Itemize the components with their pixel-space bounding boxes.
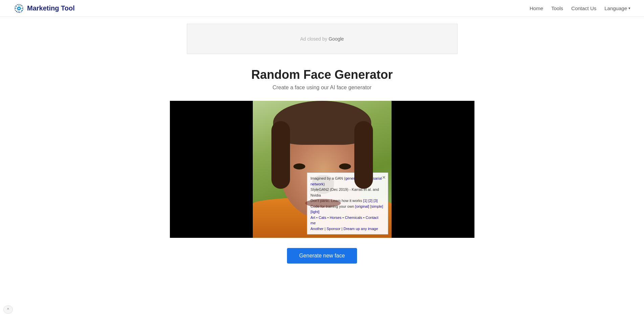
header: Marketing Tool Home Tools Contact Us Lan… — [0, 0, 644, 17]
language-dropdown[interactable]: Language ▾ — [604, 5, 630, 11]
left-black-panel — [170, 101, 253, 238]
right-eye — [339, 163, 351, 169]
learn-link-3[interactable]: [3] — [374, 199, 378, 203]
nav-tools[interactable]: Tools — [551, 5, 563, 11]
nav-contact-us[interactable]: Contact Us — [571, 5, 596, 11]
main-nav: Home Tools Contact Us Language ▾ — [530, 5, 630, 11]
ad-closed-text: Ad closed by Google — [300, 36, 344, 42]
close-icon[interactable]: ✕ — [382, 174, 386, 181]
horses-link[interactable]: Horses — [330, 216, 341, 220]
chemicals-link[interactable]: Chemicals — [345, 216, 362, 220]
logo-link[interactable]: Marketing Tool — [14, 3, 75, 14]
learn-link-1[interactable]: [1] — [363, 199, 367, 203]
main-content: Random Face Generator Create a face usin… — [0, 61, 644, 284]
hair-left — [271, 121, 290, 189]
generate-button[interactable]: Generate new face — [287, 248, 357, 264]
ad-banner: Ad closed by Google — [187, 24, 458, 54]
nav-home[interactable]: Home — [530, 5, 543, 11]
art-link[interactable]: Art — [311, 216, 315, 220]
dream-link[interactable]: Dream up any image — [343, 227, 378, 231]
gear-icon — [14, 3, 24, 14]
learn-link-2[interactable]: [2] — [368, 199, 372, 203]
another-link[interactable]: Another — [311, 227, 324, 231]
sponsor-link[interactable]: Sponsor — [327, 227, 340, 231]
language-label: Language — [604, 5, 627, 11]
mouth — [305, 199, 341, 207]
code-link-light[interactable]: [light] — [311, 210, 319, 214]
right-black-panel — [392, 101, 474, 238]
code-link-original[interactable]: [original] — [355, 204, 370, 208]
face-image-container: ✕ Imagined by a GAN (generative adversar… — [170, 101, 474, 238]
ad-text-prefix: Ad closed by — [300, 36, 329, 42]
cats-link[interactable]: Cats — [319, 216, 327, 220]
left-eye — [293, 163, 305, 169]
nose — [312, 175, 334, 194]
svg-point-3 — [18, 8, 20, 9]
page-subtitle: Create a face using our AI face generato… — [272, 85, 372, 91]
hair-right — [354, 121, 373, 189]
code-link-simple[interactable]: [simple] — [370, 204, 383, 208]
info-line-6: Another | Sponsor | Dream up any image — [311, 226, 384, 232]
ad-google-text: Google — [329, 36, 344, 42]
face-image: ✕ Imagined by a GAN (generative adversar… — [253, 101, 392, 238]
logo-text: Marketing Tool — [27, 4, 75, 12]
chevron-down-icon: ▾ — [628, 6, 630, 10]
page-title: Random Face Generator — [251, 68, 393, 82]
info-line-5: Art • Cats • Horses • Chemicals • Contac… — [311, 215, 384, 226]
